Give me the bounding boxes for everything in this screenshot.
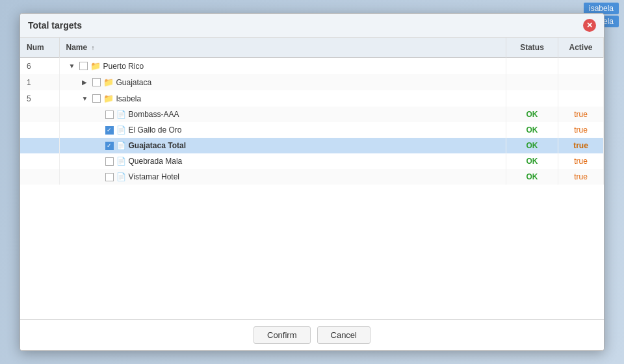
col-status: Status	[506, 38, 558, 58]
row-checkbox[interactable]	[105, 157, 114, 166]
modal-dialog: Total targets ✕ Num Name ↑ Status	[20, 13, 604, 351]
table-row[interactable]: 📄Vistamar HotelOKtrue	[20, 169, 604, 185]
cell-name: 📄Bombass-AAA	[59, 107, 506, 122]
cell-active: true	[558, 138, 604, 153]
cancel-button[interactable]: Cancel	[317, 326, 370, 344]
cell-name: 📄Quebrada Mala	[59, 153, 506, 169]
cell-num: 5	[20, 90, 59, 107]
cell-status	[506, 90, 558, 107]
cell-name: ✓📄Guajataca Total	[59, 138, 506, 153]
row-name-text: Guajataca Total	[129, 141, 186, 150]
confirm-button[interactable]: Confirm	[254, 326, 311, 344]
table-row[interactable]: 📄Quebrada MalaOKtrue	[20, 153, 604, 169]
folder-icon: 📁	[103, 94, 114, 103]
file-icon: 📄	[116, 110, 126, 119]
cell-active: true	[558, 169, 604, 185]
file-icon: 📄	[116, 141, 126, 150]
file-icon: 📄	[116, 125, 126, 135]
modal-body: Num Name ↑ Status Active	[20, 38, 604, 319]
cell-name: ▶📁Guajataca	[59, 74, 506, 90]
row-checkbox[interactable]	[79, 62, 88, 70]
cell-num	[20, 107, 59, 122]
cell-active: true	[558, 107, 604, 122]
cell-status	[506, 74, 558, 90]
close-button[interactable]: ✕	[583, 19, 596, 32]
cell-num: 6	[20, 58, 59, 75]
table-row[interactable]: 📄Bombass-AAAOKtrue	[20, 107, 604, 122]
modal-backdrop: Total targets ✕ Num Name ↑ Status	[0, 0, 624, 364]
cell-status: OK	[506, 169, 558, 185]
cell-active	[558, 58, 604, 75]
cell-status: OK	[506, 138, 558, 153]
table-row[interactable]: ✓📄El Gallo de OroOKtrue	[20, 122, 604, 138]
folder-icon: 📁	[103, 77, 114, 87]
table-row[interactable]: 5▼📁Isabela	[20, 90, 604, 107]
col-active: Active	[558, 38, 604, 58]
col-name[interactable]: Name ↑	[59, 38, 506, 58]
cell-active	[558, 74, 604, 90]
row-name-text: Vistamar Hotel	[129, 172, 179, 181]
expand-arrow[interactable]: ▶	[82, 79, 90, 86]
cell-status	[506, 58, 558, 75]
cell-num: 1	[20, 74, 59, 90]
row-checkbox[interactable]: ✓	[105, 126, 114, 135]
targets-table: Num Name ↑ Status Active	[20, 38, 604, 185]
cell-active	[558, 90, 604, 107]
modal-header: Total targets ✕	[20, 14, 604, 38]
cell-active: true	[558, 122, 604, 138]
row-name-text: Bombass-AAA	[129, 110, 179, 119]
expand-arrow[interactable]: ▼	[82, 95, 90, 102]
file-icon: 📄	[116, 157, 126, 166]
cell-num	[20, 138, 59, 153]
row-name-text: Guajataca	[116, 78, 152, 87]
cell-num	[20, 122, 59, 138]
cell-status: OK	[506, 107, 558, 122]
row-checkbox[interactable]	[105, 173, 114, 181]
cell-name: ▼📁Puerto Rico	[59, 58, 506, 75]
table-row[interactable]: ✓📄Guajataca TotalOKtrue	[20, 138, 604, 153]
cell-name: ✓📄El Gallo de Oro	[59, 122, 506, 138]
cell-name: 📄Vistamar Hotel	[59, 169, 506, 185]
row-checkbox[interactable]	[92, 94, 101, 103]
row-name-text: Quebrada Mala	[129, 157, 183, 166]
row-checkbox[interactable]	[92, 78, 101, 86]
row-checkbox[interactable]: ✓	[105, 142, 114, 150]
row-name-text: Isabela	[116, 94, 142, 103]
table-header-row: Num Name ↑ Status Active	[20, 38, 604, 58]
row-name-text: Puerto Rico	[103, 62, 144, 71]
cell-active: true	[558, 153, 604, 169]
col-num: Num	[20, 38, 59, 58]
file-icon: 📄	[116, 172, 126, 181]
folder-icon: 📁	[90, 61, 101, 71]
row-checkbox[interactable]	[105, 110, 114, 119]
table-row[interactable]: 1▶📁Guajataca	[20, 74, 604, 90]
cell-num	[20, 169, 59, 185]
expand-arrow[interactable]: ▼	[69, 62, 77, 70]
modal-footer: Confirm Cancel	[20, 319, 604, 350]
row-name-text: El Gallo de Oro	[129, 125, 182, 135]
cell-status: OK	[506, 122, 558, 138]
sort-arrow: ↑	[92, 44, 95, 51]
modal-title: Total targets	[28, 20, 82, 31]
cell-name: ▼📁Isabela	[59, 90, 506, 107]
table-row[interactable]: 6▼📁Puerto Rico	[20, 58, 604, 75]
table-body: 6▼📁Puerto Rico1▶📁Guajataca5▼📁Isabela📄Bom…	[20, 58, 604, 185]
cell-num	[20, 153, 59, 169]
cell-status: OK	[506, 153, 558, 169]
